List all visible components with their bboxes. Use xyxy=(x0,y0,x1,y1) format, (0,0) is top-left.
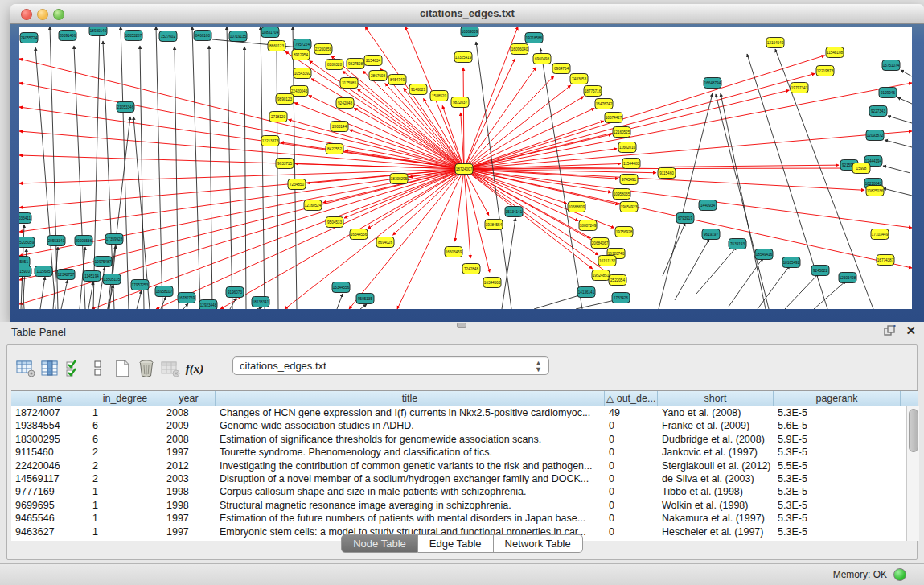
table-cell[interactable]: 0 xyxy=(605,512,658,525)
graph-node[interactable]: 8186328 xyxy=(326,60,343,70)
graph-node[interactable]: 10674427 xyxy=(605,113,622,123)
graph-node[interactable]: 3175985 xyxy=(340,78,358,89)
graph-node[interactable]: 12605498 xyxy=(839,273,856,283)
table-cell[interactable]: 6 xyxy=(88,419,162,432)
graph-node[interactable]: 9242848 xyxy=(336,98,354,109)
graph-node[interactable]: 7957224 xyxy=(294,39,311,50)
graph-node[interactable]: 9619197 xyxy=(702,229,720,240)
graph-node[interactable]: 18138341 xyxy=(252,297,269,307)
table-cell[interactable]: Tourette syndrome. Phenomenology and cla… xyxy=(216,446,605,459)
graph-node[interactable]: 2154634 xyxy=(364,56,382,66)
graph-node[interactable]: 9146821 xyxy=(409,84,427,95)
table-cell[interactable]: 18300295 xyxy=(11,433,88,446)
graph-node[interactable]: 19654923 xyxy=(620,202,638,212)
table-row[interactable]: 1938455462009Genome-wide association stu… xyxy=(11,419,918,432)
graph-node[interactable]: 20553341 xyxy=(47,236,65,246)
graph-node[interactable]: 9504533 xyxy=(326,217,343,228)
column-header-out-de-[interactable]: △ out_de... xyxy=(605,391,658,406)
graph-node[interactable]: 19384554 xyxy=(485,220,503,230)
graph-node[interactable]: 2718120 xyxy=(269,112,287,122)
function-builder-icon[interactable]: f(x) xyxy=(183,358,207,379)
tab-network-table[interactable]: Network Table xyxy=(494,534,583,553)
graph-node[interactable]: 1440934 xyxy=(699,200,717,211)
table-cell[interactable]: 2008 xyxy=(162,433,216,446)
clear-selection-icon[interactable] xyxy=(86,358,110,379)
graph-node[interactable]: 8912954 xyxy=(292,50,310,60)
graph-node[interactable]: 11544483 xyxy=(622,159,640,169)
graph-node[interactable]: 12923448 xyxy=(199,300,217,310)
table-cell[interactable]: 22420046 xyxy=(11,459,88,472)
table-options-icon[interactable] xyxy=(14,358,38,379)
graph-node[interactable]: 19756928 xyxy=(615,227,633,237)
graph-node[interactable]: 8427552 xyxy=(326,144,343,154)
table-cell[interactable]: 5.3E-5 xyxy=(774,406,901,419)
graph-node[interactable]: 9505135 xyxy=(356,294,374,304)
graph-node[interactable]: 2803144 xyxy=(331,122,348,132)
graph-node[interactable]: 18724007 xyxy=(455,164,473,175)
graph-node[interactable]: 19524851 xyxy=(592,270,610,281)
table-cell[interactable]: Jankovic et al. (1997) xyxy=(658,446,774,459)
graph-node[interactable]: 13325419 xyxy=(454,52,472,63)
graph-node[interactable]: 18300295 xyxy=(390,174,408,184)
graph-node[interactable]: 9196073 xyxy=(226,287,244,298)
graph-node[interactable]: 16151132 xyxy=(598,256,616,266)
table-cell[interactable]: de Silva et al. (2003) xyxy=(658,472,774,485)
graph-node[interactable]: 2867608 xyxy=(369,71,387,81)
graph-node[interactable]: 18549416 xyxy=(755,249,773,260)
table-cell[interactable]: Genome-wide association studies in ADHD. xyxy=(216,419,605,432)
graph-node[interactable]: 20691406 xyxy=(59,31,76,41)
graph-node[interactable]: 12213373 xyxy=(261,136,279,146)
table-cell[interactable]: Franke et al. (2009) xyxy=(658,419,774,432)
network-graph-canvas[interactable]: 2405572420691406189301401065328715276028… xyxy=(19,27,912,309)
graph-node[interactable]: 12154549 xyxy=(766,38,784,48)
table-cell[interactable]: 5.3E-5 xyxy=(774,472,901,485)
table-cell[interactable]: 0 xyxy=(605,433,658,446)
graph-node[interactable]: 8466160 xyxy=(194,31,211,41)
graph-node[interactable]: 8454749 xyxy=(388,75,406,85)
table-cell[interactable]: 2 xyxy=(88,446,162,459)
graph-node[interactable]: 20206536 xyxy=(75,236,92,246)
graph-node[interactable]: 7234850 xyxy=(288,179,306,190)
table-cell[interactable]: 9465546 xyxy=(11,512,88,525)
graph-node[interactable]: 1733426 xyxy=(612,293,630,303)
table-cell[interactable]: 5.5E-5 xyxy=(774,459,901,472)
graph-node[interactable]: 9115460 xyxy=(658,168,676,179)
graph-node[interactable]: 19033411 xyxy=(19,213,31,224)
graph-node[interactable]: 10543392 xyxy=(294,68,311,79)
graph-node[interactable]: 6904754 xyxy=(552,64,570,74)
table-cell[interactable]: 18724007 xyxy=(11,406,88,419)
table-cell[interactable]: 6 xyxy=(88,433,162,446)
graph-node[interactable]: 19797343 xyxy=(791,83,808,93)
graph-node[interactable]: 11548108 xyxy=(826,47,844,58)
graph-node[interactable]: 1588520 xyxy=(430,91,448,101)
column-header-pagerank[interactable]: pagerank xyxy=(774,391,901,406)
table-row[interactable]: 911546021997Tourette syndrome. Phenomeno… xyxy=(11,446,918,459)
table-cell[interactable]: 5.9E-5 xyxy=(774,433,901,446)
graph-node[interactable]: 15998 xyxy=(852,163,870,174)
graph-node[interactable]: 18105492 xyxy=(782,257,800,268)
graph-node[interactable]: 16648794 xyxy=(704,78,721,89)
graph-node[interactable]: 17103449 xyxy=(871,229,889,240)
graph-node[interactable]: 10958035 xyxy=(613,189,630,200)
graph-node[interactable]: 15134141 xyxy=(505,207,523,217)
table-cell[interactable]: 9115460 xyxy=(11,446,88,459)
graph-node[interactable]: 6793919 xyxy=(676,213,694,224)
graph-node[interactable]: 16344563 xyxy=(483,278,501,288)
graph-node[interactable]: 19218586 xyxy=(525,33,543,43)
table-cell[interactable]: 0 xyxy=(605,499,658,512)
graph-node[interactable]: 22260358 xyxy=(314,44,332,55)
table-cell[interactable]: Estimation of significance thresholds fo… xyxy=(216,433,605,446)
graph-node[interactable]: 11602016 xyxy=(618,142,636,153)
graph-node[interactable]: 18807249 xyxy=(579,220,597,231)
tab-edge-table[interactable]: Edge Table xyxy=(418,534,494,553)
graph-node[interactable]: 9745491 xyxy=(620,175,638,185)
graph-node[interactable]: 14136141 xyxy=(577,287,595,298)
table-cell[interactable]: Estimation of the future numbers of pati… xyxy=(216,512,605,525)
graph-node[interactable]: 8694026 xyxy=(376,237,394,248)
graph-node[interactable]: 10719135 xyxy=(229,31,247,42)
table-cell[interactable]: 1 xyxy=(88,485,162,498)
graph-node[interactable]: 18775716 xyxy=(584,86,602,97)
table-cell[interactable]: 0 xyxy=(605,472,658,485)
table-cell[interactable]: 1 xyxy=(88,499,162,512)
graph-node[interactable]: 9227343 xyxy=(869,106,887,117)
